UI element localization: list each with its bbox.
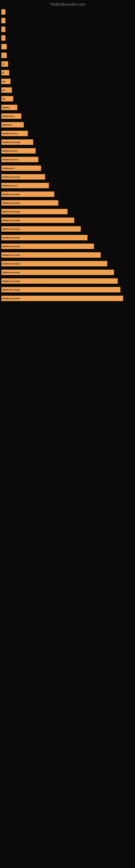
bar-gap-7 <box>1 77 134 79</box>
bar-gap-24 <box>1 224 134 226</box>
bar-row-4 <box>1 44 134 50</box>
bar-text-12: Bottleneck r <box>2 115 15 118</box>
bar-gap-22 <box>1 207 134 209</box>
bar-text-26: Bottleneck result <box>2 237 20 239</box>
bar-gap-10 <box>1 103 134 105</box>
bar-fill-32: Bottleneck result <box>1 287 121 292</box>
bar-fill-12: Bottleneck r <box>1 113 21 119</box>
bars-container: BBBoBoBoBottlenBottleneck rBottlenecBott… <box>0 8 135 304</box>
bar-gap-15 <box>1 146 134 148</box>
bar-text-25: Bottleneck result <box>2 228 20 230</box>
bar-text-7: B <box>2 72 4 74</box>
bar-fill-8: Bo <box>1 79 10 84</box>
bar-text-32: Bottleneck result <box>2 289 20 291</box>
bar-gap-3 <box>1 42 134 44</box>
bar-gap-1 <box>1 25 134 27</box>
bar-row-8: Bo <box>1 79 134 84</box>
bar-row-14: Bottleneck res <box>1 131 134 136</box>
bar-fill-30: Bottleneck result <box>1 270 114 275</box>
bar-text-13: Bottlenec <box>2 124 12 126</box>
bar-gap-28 <box>1 259 134 261</box>
bar-gap-19 <box>1 181 134 183</box>
bar-text-28: Bottleneck result <box>2 254 20 256</box>
bar-row-9: Bo <box>1 87 134 93</box>
bar-fill-0 <box>1 9 5 14</box>
bar-gap-5 <box>1 59 134 61</box>
bar-gap-33 <box>1 303 134 304</box>
bar-fill-11: Bottlen <box>1 105 17 110</box>
bar-fill-1 <box>1 18 5 23</box>
bar-fill-18: Bottleneck r <box>1 165 41 171</box>
bar-row-28: Bottleneck result <box>1 252 134 258</box>
bar-gap-6 <box>1 68 134 70</box>
bar-fill-13: Bottlenec <box>1 122 24 127</box>
bar-fill-3 <box>1 35 5 41</box>
bar-text-10: Bo <box>2 98 5 100</box>
bar-fill-31: Bottleneck result <box>1 278 118 284</box>
bar-gap-4 <box>1 51 134 53</box>
bar-row-16: Bottleneck res <box>1 148 134 154</box>
bar-fill-22: Bottleneck result <box>1 200 58 206</box>
bar-fill-14: Bottleneck res <box>1 131 28 136</box>
bar-row-29: Bottleneck result <box>1 261 134 267</box>
bar-row-10: Bo <box>1 96 134 101</box>
bar-row-26: Bottleneck result <box>1 235 134 240</box>
bar-row-6: B <box>1 61 134 67</box>
bar-fill-33: Bottleneck result <box>1 296 123 301</box>
bar-row-25: Bottleneck result <box>1 226 134 231</box>
bar-row-32: Bottleneck result <box>1 287 134 292</box>
bar-row-13: Bottlenec <box>1 122 134 127</box>
bar-fill-28: Bottleneck result <box>1 252 101 258</box>
bar-fill-23: Bottleneck result <box>1 209 68 214</box>
bar-gap-16 <box>1 155 134 157</box>
site-header: TheBottlenecker.com <box>0 0 135 8</box>
bar-row-0 <box>1 9 134 14</box>
site-title: TheBottlenecker.com <box>0 0 135 8</box>
bar-text-31: Bottleneck result <box>2 280 20 282</box>
bar-fill-15: Bottleneck result <box>1 140 33 145</box>
bar-row-11: Bottlen <box>1 105 134 110</box>
bar-row-1 <box>1 18 134 23</box>
bar-text-21: Bottleneck result <box>2 193 20 195</box>
bar-row-18: Bottleneck r <box>1 165 134 171</box>
bar-text-18: Bottleneck r <box>2 167 15 169</box>
bar-fill-7: B <box>1 70 9 75</box>
bar-gap-26 <box>1 242 134 244</box>
bar-row-33: Bottleneck result <box>1 296 134 301</box>
bar-gap-18 <box>1 172 134 174</box>
bar-gap-11 <box>1 112 134 113</box>
bar-row-3 <box>1 35 134 41</box>
bar-row-20: Bottleneck res <box>1 183 134 188</box>
bar-text-19: Bottleneck result <box>2 176 20 178</box>
bar-text-24: Bottleneck result <box>2 219 20 222</box>
bar-fill-25: Bottleneck result <box>1 226 81 231</box>
bar-gap-20 <box>1 190 134 191</box>
bar-fill-20: Bottleneck res <box>1 183 49 188</box>
bar-gap-31 <box>1 285 134 287</box>
bar-row-5 <box>1 53 134 58</box>
bar-fill-27: Bottleneck result <box>1 244 94 249</box>
bar-row-7: B <box>1 70 134 75</box>
bar-row-19: Bottleneck result <box>1 174 134 180</box>
bar-gap-17 <box>1 163 134 165</box>
bar-fill-24: Bottleneck result <box>1 218 74 223</box>
bar-text-29: Bottleneck result <box>2 262 20 265</box>
bar-text-23: Bottleneck result <box>2 211 20 213</box>
bar-gap-25 <box>1 233 134 235</box>
bar-gap-0 <box>1 16 134 18</box>
bar-gap-29 <box>1 268 134 270</box>
bar-row-27: Bottleneck result <box>1 244 134 249</box>
bar-row-21: Bottleneck result <box>1 191 134 197</box>
bar-text-6: B <box>2 63 4 65</box>
bar-gap-21 <box>1 198 134 200</box>
bar-text-16: Bottleneck res <box>2 150 17 152</box>
bar-gap-14 <box>1 137 134 140</box>
bar-gap-27 <box>1 250 134 252</box>
bar-row-22: Bottleneck result <box>1 200 134 206</box>
bar-text-9: Bo <box>2 89 5 91</box>
bar-gap-2 <box>1 33 134 35</box>
bar-text-22: Bottleneck result <box>2 202 20 204</box>
bar-fill-5 <box>1 53 7 58</box>
bar-text-30: Bottleneck result <box>2 271 20 274</box>
bar-row-12: Bottleneck r <box>1 113 134 119</box>
